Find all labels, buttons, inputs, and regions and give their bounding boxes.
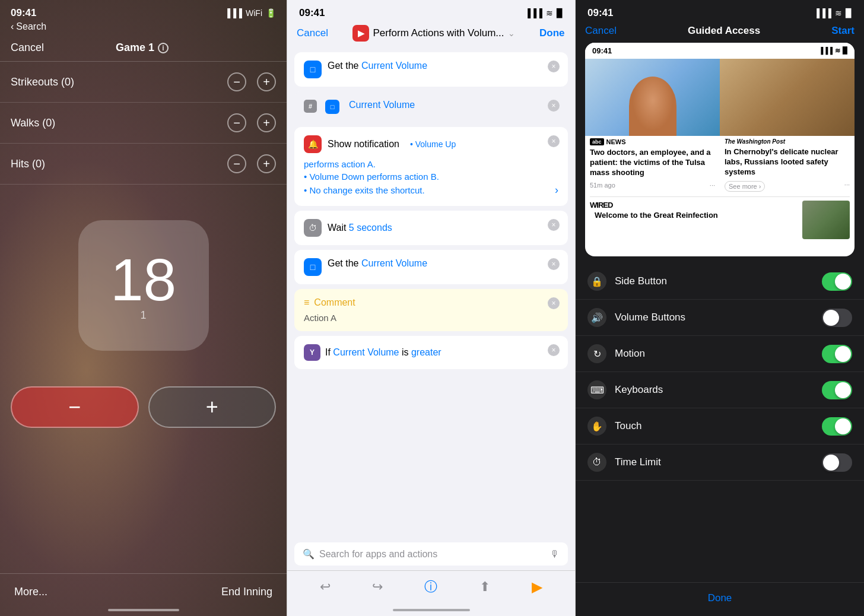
news-meta-doctor: 51m ago ··· (585, 180, 720, 190)
action-close-if[interactable]: × (548, 344, 560, 356)
increment-button[interactable]: + (148, 386, 277, 428)
volume-up-badge: • Volume Up (410, 139, 456, 149)
p3-header: Cancel Guided Access Start (576, 19, 864, 43)
p3-cancel-button[interactable]: Cancel (585, 25, 617, 37)
p2-done-button[interactable]: Done (539, 27, 566, 39)
preview-divider (590, 196, 850, 197)
p2-wifi-icon: ≋ (546, 8, 553, 18)
settings-item-left-time: ⏱ Time Limit (587, 453, 661, 472)
decrement-button[interactable]: − (11, 386, 139, 428)
news-time-ago: 51m ago (590, 182, 615, 189)
volume-toggle[interactable] (822, 309, 852, 327)
side-button-toggle[interactable] (822, 272, 852, 291)
news-meta-chernobyl: See more › ··· (720, 180, 855, 193)
if-current-volume[interactable]: Current Volume (333, 347, 399, 357)
stat-row-walks: Walks (0) − + (0, 103, 287, 144)
motion-icon: ↻ (587, 344, 606, 363)
settings-list: 🔒 Side Button 🔊 Volume Buttons ↻ Motion (576, 256, 864, 582)
more-options-icon-2[interactable]: ··· (844, 181, 850, 192)
panel1-footer: More... End Inning (0, 573, 287, 616)
p3-done-button[interactable]: Done (708, 592, 732, 604)
p3-start-button[interactable]: Start (831, 25, 855, 37)
time-limit-toggle[interactable] (822, 453, 852, 472)
current-volume-link-1[interactable]: Current Volume (361, 61, 427, 71)
share-button[interactable]: ⬆ (479, 579, 490, 595)
comment-body[interactable]: Action A (304, 313, 558, 323)
stat-minus-walks[interactable]: − (227, 113, 246, 132)
doctor-face-shape (629, 77, 676, 136)
volume-icon: 🔊 (587, 308, 606, 327)
p2-cancel-button[interactable]: Cancel (297, 27, 328, 39)
see-more-button[interactable]: See more › (725, 181, 765, 192)
p2-home-indicator (287, 605, 575, 616)
news-headline-doctor: Two doctors, an employee, and a patient:… (585, 147, 720, 180)
p1-status-time: 09:41 (11, 7, 36, 19)
p2-title-text: Perform Actions with Volum... (373, 27, 504, 39)
p2-status-time: 09:41 (299, 7, 325, 19)
search-icon: 🔍 (303, 548, 315, 560)
comment-lines-icon: ≡ (304, 297, 309, 308)
p2-chevron-icon: ⌄ (508, 28, 515, 38)
action-b-line: • Volume Down performs action B. (304, 170, 558, 183)
action-comment: ≡ Comment Action A × (294, 289, 568, 331)
stat-plus-hits[interactable]: + (257, 154, 276, 173)
wait-seconds[interactable]: 5 seconds (349, 223, 392, 233)
action-close-1[interactable]: × (548, 61, 560, 72)
panel1-nav[interactable]: ‹ Search (0, 19, 287, 37)
stat-plus-strikeouts[interactable]: + (257, 72, 276, 91)
p3-status-time: 09:41 (587, 7, 613, 19)
action-current-volume-var: # □ Current Volume × (294, 91, 568, 122)
end-inning-button[interactable]: End Inning (221, 586, 272, 598)
action-notification: 🔔 Show notification • Volume Up performs… (294, 127, 568, 206)
time-limit-label: Time Limit (615, 456, 661, 468)
settings-item-left-motion: ↻ Motion (587, 344, 645, 363)
info-icon[interactable]: i (158, 43, 169, 53)
p3-signal-icon: ▐▐▐ (814, 8, 831, 18)
current-volume-var-label: Current Volume (349, 100, 558, 110)
keyboard-icon: ⌨ (587, 380, 606, 399)
undo-button[interactable]: ↩ (320, 579, 331, 595)
settings-item-left-touch: ✋ Touch (587, 417, 641, 436)
info-button[interactable]: ⓘ (424, 578, 437, 596)
preview-wired-section: WIRED Welcome to the Great Reinfection (590, 201, 798, 239)
toggle-thumb (823, 310, 839, 326)
microphone-icon[interactable]: 🎙 (550, 549, 560, 560)
if-greater-link[interactable]: greater (411, 347, 441, 357)
p1-cancel-button[interactable]: Cancel (11, 42, 44, 54)
keyboards-label: Keyboards (615, 384, 663, 396)
current-volume-link-2[interactable]: Current Volume (361, 258, 427, 268)
preview-news-content: abc NEWS Two doctors, an employee, and a… (585, 59, 855, 193)
news-img-doctor (585, 59, 720, 136)
toggle-thumb (835, 274, 851, 290)
settings-item-left-keyboards: ⌨ Keyboards (587, 380, 663, 399)
p2-search-bar[interactable]: 🔍 Search for apps and actions 🎙 (294, 542, 568, 566)
action-get-volume-2: □ Get the Current Volume × (294, 250, 568, 284)
redo-button[interactable]: ↪ (372, 579, 383, 595)
more-button[interactable]: More... (14, 586, 47, 598)
back-button[interactable]: ‹ Search (11, 21, 276, 32)
action-buttons: − + (0, 369, 287, 446)
action-text-1: Get the Current Volume (328, 61, 558, 71)
p1-game-title: Game 1 i (116, 42, 169, 54)
chevron-right-icon[interactable]: › (555, 183, 558, 198)
stat-minus-hits[interactable]: − (227, 154, 246, 173)
stat-minus-strikeouts[interactable]: − (227, 72, 246, 91)
stat-plus-walks[interactable]: + (257, 113, 276, 132)
action-icon-1-symbol: □ (310, 65, 315, 74)
wait-icon: ⏱ (304, 219, 322, 237)
more-options-icon[interactable]: ··· (710, 182, 715, 189)
p2-title-group: ▶ Perform Actions with Volum... ⌄ (328, 25, 539, 42)
score-number: 18 (110, 250, 176, 309)
if-is-greater: is (402, 347, 411, 357)
p3-wifi-icon: ≋ (835, 8, 842, 18)
settings-item-touch: ✋ Touch (576, 408, 864, 444)
preview-status-icons: ▐▐▐ ≋ ▉ (819, 47, 847, 55)
motion-toggle[interactable] (822, 345, 852, 363)
p1-game-title-text: Game 1 (116, 42, 154, 54)
play-button[interactable]: ▶ (532, 579, 542, 595)
keyboards-toggle[interactable] (822, 381, 852, 399)
action-close-var[interactable]: × (548, 100, 560, 112)
touch-toggle[interactable] (822, 417, 852, 436)
action-close-wait[interactable]: × (548, 219, 560, 231)
action-close-notification[interactable]: × (548, 135, 560, 147)
